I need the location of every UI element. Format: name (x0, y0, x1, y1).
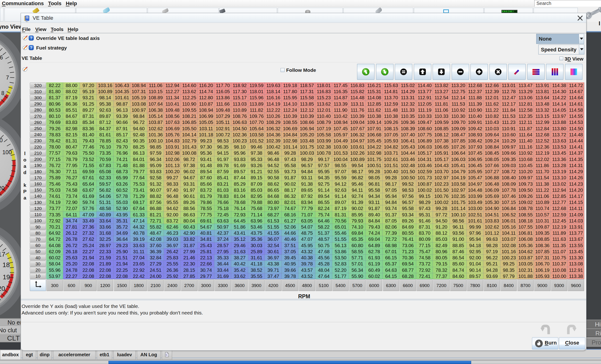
svg-text:101: 101 (26, 17, 29, 19)
svg-text:120: 120 (0, 185, 4, 191)
svg-text:8: 8 (1, 90, 4, 96)
svg-text:18: 18 (2, 261, 10, 268)
svg-text:6: 6 (0, 54, 3, 60)
svg-text:?: ? (30, 46, 32, 50)
svg-text:7: 7 (6, 75, 9, 81)
svg-text:20: 20 (0, 285, 5, 292)
svg-text:17: 17 (0, 251, 5, 258)
svg-text:100: 100 (2, 149, 12, 155)
svg-text:19: 19 (3, 273, 10, 281)
svg-text:80: 80 (0, 137, 3, 143)
svg-text:?: ? (30, 36, 32, 40)
